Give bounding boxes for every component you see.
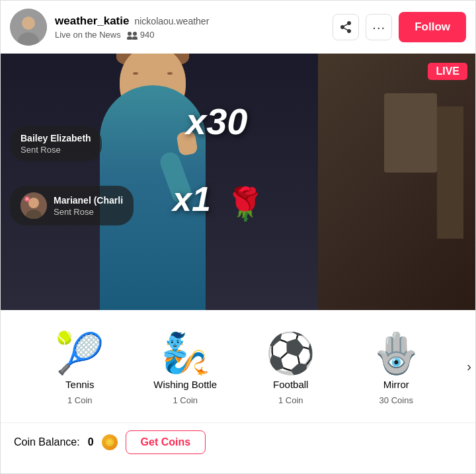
football-name: Football (273, 379, 308, 390)
live-badge: LIVE (428, 63, 467, 80)
chat-avatar-2 (20, 192, 47, 219)
follow-button[interactable]: Follow (399, 12, 466, 42)
chat-text-1: Bailey Elizabeth Sent Rose (20, 133, 91, 155)
viewer-count: 940 (140, 30, 155, 40)
football-icon: ⚽ (266, 334, 315, 374)
studio-pillar (437, 106, 463, 239)
scroll-right-button[interactable]: › (467, 359, 471, 374)
football-cost: 1 Coin (278, 395, 303, 405)
header: weather_katie nickolaou.weather Live on … (1, 1, 475, 54)
rose-emoji: 🌹 (225, 186, 265, 223)
svg-point-4 (133, 32, 137, 36)
header-info: weather_katie nickolaou.weather Live on … (55, 15, 325, 40)
avatar[interactable] (10, 9, 47, 46)
header-actions: ··· Follow (333, 12, 466, 42)
gift-item-mirror[interactable]: 🪬 Mirror 30 Coins (363, 334, 429, 405)
wishing-bottle-name: Wishing Bottle (153, 379, 217, 390)
svg-point-3 (128, 32, 132, 36)
coin-balance-label: Coin Balance: (14, 436, 80, 448)
chat-text-2: Marianel (Charli Sent Rose (54, 195, 123, 217)
studio-element (384, 93, 437, 173)
bottom-bar: Coin Balance: 0 🪙 Get Coins (1, 422, 475, 461)
mirror-cost: 30 Coins (379, 395, 413, 405)
tennis-name: Tennis (65, 379, 94, 390)
share-icon (339, 20, 352, 34)
mirror-icon: 🪬 (372, 334, 421, 374)
wishing-bottle-cost: 1 Coin (173, 395, 198, 405)
get-coins-button[interactable]: Get Coins (126, 430, 206, 454)
chat-action-2: Sent Rose (54, 207, 123, 217)
viewers-icon (126, 30, 138, 40)
tiktok-coin-icon: 🪙 (102, 434, 118, 450)
svg-point-5 (127, 36, 132, 40)
live-status: Live on the News (55, 30, 121, 40)
svg-point-1 (22, 17, 35, 30)
multiplier-30: x30 (186, 100, 247, 143)
wishing-bottle-icon: 🧞 (161, 334, 210, 374)
chat-bubble-2: Marianel (Charli Sent Rose (10, 186, 134, 225)
mirror-name: Mirror (383, 379, 409, 390)
svg-point-11 (26, 198, 28, 200)
svg-point-8 (28, 198, 39, 208)
username: weather_katie (55, 15, 129, 28)
share-button[interactable] (333, 14, 359, 40)
chat-action-1: Sent Rose (20, 145, 91, 155)
video-area: x30 x1 🌹 LIVE Bailey Elizabeth Sent Rose (1, 54, 476, 310)
svg-point-6 (132, 36, 138, 40)
chat-avatar-img-2 (20, 192, 47, 219)
more-icon: ··· (372, 20, 385, 35)
viewer-count-container: 940 (126, 30, 155, 40)
chat-name-2: Marianel (Charli (54, 195, 123, 206)
gift-item-wishing-bottle[interactable]: 🧞 Wishing Bottle 1 Coin (152, 334, 218, 405)
coin-amount: 0 (88, 436, 94, 448)
gift-item-football[interactable]: ⚽ Football 1 Coin (258, 334, 324, 405)
chat-name-1: Bailey Elizabeth (20, 133, 91, 143)
multiplier-1: x1 (173, 179, 211, 219)
gifts-section: 🎾 Tennis 1 Coin 🧞 Wishing Bottle 1 Coin … (1, 310, 475, 422)
display-name: nickolaou.weather (134, 16, 209, 26)
gifts-scroll: 🎾 Tennis 1 Coin 🧞 Wishing Bottle 1 Coin … (1, 334, 475, 405)
gift-item-tennis[interactable]: 🎾 Tennis 1 Coin (47, 334, 113, 405)
chat-bubble-1: Bailey Elizabeth Sent Rose (10, 126, 102, 161)
tennis-cost: 1 Coin (67, 395, 93, 405)
tennis-icon: 🎾 (55, 334, 104, 374)
more-button[interactable]: ··· (366, 14, 392, 40)
